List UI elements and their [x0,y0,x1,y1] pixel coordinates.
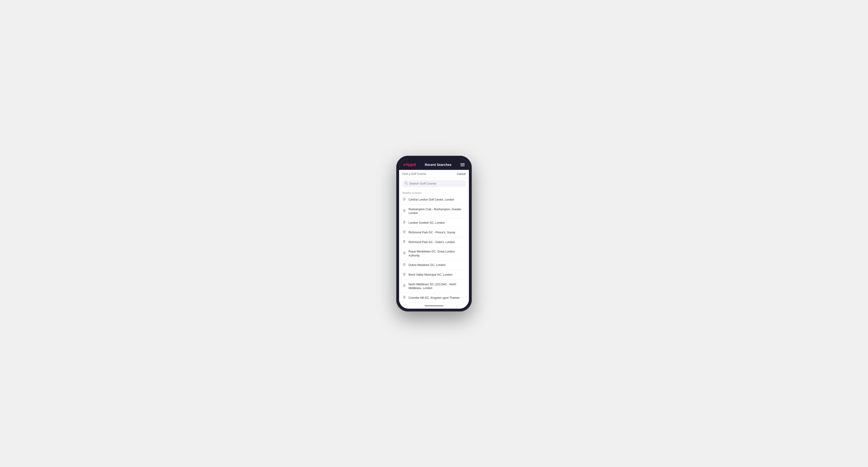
svg-line-1 [407,184,408,185]
pin-icon [402,263,406,268]
search-icon [405,182,408,185]
course-list-item[interactable]: London Scottish GC, London [399,218,469,228]
pin-icon [402,296,406,300]
course-name: Dukes Meadows GC, London [408,263,445,267]
course-list-item[interactable]: Central London Golf Centre, London [399,195,469,205]
course-name: Royal Wimbledon GC, Great London Authori… [408,250,466,258]
pin-icon [402,284,406,288]
course-list-item[interactable]: Coombe Hill GC, Kingston upon Thames [399,293,469,303]
pin-icon [402,209,406,213]
pin-icon [402,273,406,277]
cancel-button[interactable]: Cancel [457,172,466,176]
pin-icon [402,230,406,235]
search-box [402,180,466,187]
hamburger-line-3 [460,166,465,166]
course-name: Central London Golf Centre, London [408,198,454,202]
course-name: Richmond Park GC - Duke's, London [408,240,455,244]
hamburger-line-1 [460,163,465,164]
course-list-item[interactable]: Roehampton Club - Roehampton, Greater Lo… [399,205,469,218]
search-container [399,178,469,189]
nav-title: Recent Searches [425,163,452,166]
home-indicator [399,303,469,309]
pin-icon [402,198,406,202]
search-input[interactable] [409,182,463,185]
pin-icon [402,240,406,244]
find-label: Find a Golf Course [402,172,426,176]
find-bar: Find a Golf Course Cancel [399,170,469,178]
pin-icon [402,252,406,256]
course-list-item[interactable]: Richmond Park GC - Duke's, London [399,238,469,247]
home-bar [425,305,443,306]
course-list-item[interactable]: North Middlesex GC (1011942 - North Midd… [399,280,469,293]
menu-icon[interactable] [460,163,465,166]
phone-screen: clippd Recent Searches Find a Golf Cours… [399,159,469,309]
course-name: Brent Valley Municipal GC, London [408,273,453,277]
course-name: Roehampton Club - Roehampton, Greater Lo… [408,208,466,215]
nearby-section: Nearby courses Central London Golf Centr… [399,189,469,303]
course-name: Coombe Hill GC, Kingston upon Thames [408,296,460,300]
pin-icon [402,221,406,225]
course-list: Central London Golf Centre, London Roeha… [399,195,469,303]
course-name: North Middlesex GC (1011942 - North Midd… [408,282,466,290]
nearby-header: Nearby courses [399,189,469,195]
course-list-item[interactable]: Richmond Park GC - Prince's, Surrey [399,228,469,238]
course-list-item[interactable]: Dukes Meadows GC, London [399,260,469,270]
course-list-item[interactable]: Brent Valley Municipal GC, London [399,270,469,280]
course-name: London Scottish GC, London [408,221,445,225]
nav-bar: clippd Recent Searches [399,159,469,170]
course-list-item[interactable]: Royal Wimbledon GC, Great London Authori… [399,247,469,260]
main-content: Find a Golf Course Cancel Nearby [399,170,469,303]
app-logo: clippd [403,162,416,167]
course-name: Richmond Park GC - Prince's, Surrey [408,230,455,235]
hamburger-line-2 [460,164,465,165]
phone-device: clippd Recent Searches Find a Golf Cours… [396,156,472,311]
